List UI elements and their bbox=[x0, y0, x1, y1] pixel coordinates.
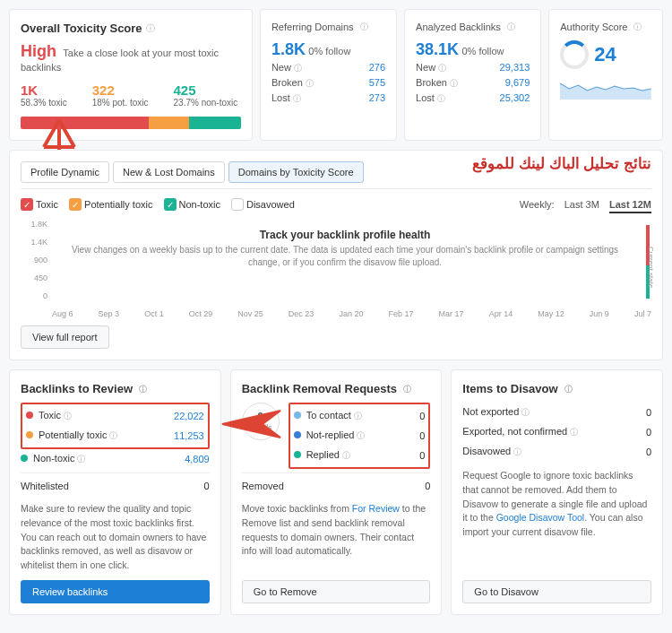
go-to-remove-button[interactable]: Go to Remove bbox=[242, 580, 431, 603]
removal-notreplied-count: 0 bbox=[419, 430, 425, 441]
toxicity-bar bbox=[21, 117, 241, 129]
weekly-label: Weekly: bbox=[520, 199, 555, 210]
pot-toxic-pct: 18% pot. toxic bbox=[92, 98, 149, 108]
info-icon[interactable] bbox=[631, 21, 642, 33]
chart-area: 1.8K1.4K9004500 Track your backlink prof… bbox=[21, 220, 651, 318]
removal-replied-count: 0 bbox=[419, 450, 425, 461]
info-icon[interactable] bbox=[107, 429, 117, 440]
removal-notreplied-label: Not-replied bbox=[306, 429, 355, 440]
annotation-box-1: Toxic22,022 Potentially toxic11,253 bbox=[21, 403, 210, 449]
legend-row: ✓Toxic ✓Potentially toxic ✓Non-toxic Dis… bbox=[21, 198, 651, 211]
review-backlinks-button[interactable]: Review backlinks bbox=[21, 580, 210, 603]
removal-contact-label: To contact bbox=[306, 410, 351, 421]
ref-new[interactable]: 276 bbox=[369, 62, 385, 74]
removal-removed-count: 0 bbox=[425, 481, 430, 491]
tab-domains-by-toxicity[interactable]: Domains by Toxicity Score bbox=[228, 161, 364, 183]
legend-potentially-toxic[interactable]: ✓Potentially toxic bbox=[69, 198, 152, 211]
anal-new[interactable]: 29,313 bbox=[500, 62, 530, 74]
info-icon[interactable] bbox=[447, 77, 458, 88]
info-icon[interactable] bbox=[511, 446, 521, 456]
range-3m[interactable]: Last 3M bbox=[564, 199, 599, 210]
info-icon[interactable] bbox=[74, 453, 85, 464]
anal-broken[interactable]: 9,679 bbox=[505, 77, 530, 90]
toxicity-title: Overall Toxicity Score bbox=[21, 21, 241, 35]
toxicity-metrics: 1K58.3% toxic 32218% pot. toxic 42523.7%… bbox=[21, 82, 241, 108]
disavow-title: Items to Disavow bbox=[462, 382, 557, 395]
nontoxic-count: 425 bbox=[174, 82, 238, 98]
review-desc: Make sure to review the quality and topi… bbox=[21, 502, 210, 573]
google-disavow-link[interactable]: Google Disavow Tool bbox=[496, 512, 584, 523]
backlinks-to-review-card: Backlinks to Review Toxic22,022 Potentia… bbox=[9, 369, 221, 615]
info-icon[interactable] bbox=[291, 62, 302, 73]
review-non-count[interactable]: 4,809 bbox=[185, 454, 210, 464]
toxicity-level: High bbox=[21, 42, 56, 60]
nontoxic-pct: 23.7% non-toxic bbox=[174, 98, 238, 108]
toxic-pct: 58.3% toxic bbox=[21, 98, 67, 108]
info-icon[interactable] bbox=[351, 410, 362, 421]
authority-sparkline bbox=[560, 74, 651, 100]
removal-replied-label: Replied bbox=[306, 449, 340, 460]
disavow-desc: Request Google to ignore toxic backlinks… bbox=[462, 469, 651, 573]
disavow-notexp-label: Not exported bbox=[462, 406, 519, 417]
review-pot-count[interactable]: 11,253 bbox=[174, 430, 204, 441]
authority-donut-icon bbox=[560, 40, 589, 69]
info-icon[interactable] bbox=[435, 62, 446, 73]
review-non-label: Non-toxic bbox=[33, 453, 74, 464]
items-to-disavow-card: Items to Disavow Not exported0 Exported,… bbox=[451, 369, 663, 615]
profile-chart-card: نتائج تحليل الباك لينك للموقع Profile Dy… bbox=[9, 150, 663, 360]
disavow-exp-label: Exported, not confirmed bbox=[462, 426, 567, 437]
disavow-dis-label: Disavowed bbox=[462, 446, 511, 456]
anal-big[interactable]: 38.1K bbox=[416, 40, 459, 58]
info-icon[interactable] bbox=[136, 381, 147, 395]
ref-title: Referring Domains bbox=[271, 22, 354, 32]
info-icon[interactable] bbox=[401, 381, 411, 395]
tab-profile-dynamic[interactable]: Profile Dynamic bbox=[21, 161, 109, 183]
authority-score-card: Authority Score 24 bbox=[548, 9, 663, 141]
info-icon[interactable] bbox=[290, 92, 301, 103]
anal-lost[interactable]: 25,302 bbox=[500, 92, 530, 105]
info-icon[interactable] bbox=[303, 77, 314, 88]
anal-title: Analyzed Backlinks bbox=[416, 22, 501, 32]
info-icon[interactable] bbox=[61, 410, 72, 421]
view-full-report-button[interactable]: View full report bbox=[21, 325, 109, 349]
annotation-box-2: To contact0 Not-replied0 Replied0 bbox=[289, 403, 431, 469]
review-whitelisted-count: 0 bbox=[204, 481, 210, 491]
info-icon[interactable] bbox=[340, 449, 350, 460]
legend-non-toxic[interactable]: ✓Non-toxic bbox=[164, 198, 220, 211]
auth-score: 24 bbox=[594, 43, 616, 66]
disavow-notexp-count: 0 bbox=[646, 407, 651, 418]
x-axis: Aug 6Sep 3Oct 1Oct 29Nov 25Dec 23Jan 20F… bbox=[52, 309, 651, 318]
info-icon[interactable] bbox=[146, 21, 155, 35]
ref-big[interactable]: 1.8K bbox=[271, 40, 306, 58]
date-range-selector: Weekly: Last 3M Last 12M bbox=[513, 199, 651, 210]
legend-disavowed[interactable]: Disavowed bbox=[231, 198, 295, 211]
disavow-exp-count: 0 bbox=[646, 427, 651, 438]
info-icon[interactable] bbox=[567, 426, 578, 437]
info-icon[interactable] bbox=[354, 429, 365, 440]
info-icon[interactable] bbox=[504, 21, 515, 33]
analyzed-backlinks-card: Analyzed Backlinks 38.1K 0% follow New29… bbox=[404, 9, 541, 141]
ref-follow: 0% follow bbox=[308, 46, 350, 56]
chart-empty-message: Track your backlink profile health View … bbox=[56, 229, 633, 269]
go-to-disavow-button[interactable]: Go to Disavow bbox=[462, 580, 651, 603]
range-12m[interactable]: Last 12M bbox=[609, 199, 651, 213]
for-review-link[interactable]: For Review bbox=[352, 503, 400, 514]
toxicity-level-row: High Take a close look at your most toxi… bbox=[21, 42, 241, 74]
tab-new-lost-domains[interactable]: New & Lost Domains bbox=[113, 161, 225, 183]
pot-toxic-count: 322 bbox=[92, 82, 149, 98]
info-icon[interactable] bbox=[358, 21, 368, 33]
review-toxic-count[interactable]: 22,022 bbox=[174, 411, 204, 421]
legend-toxic[interactable]: ✓Toxic bbox=[21, 198, 58, 211]
info-icon[interactable] bbox=[519, 406, 530, 417]
emails-count: 0 emails bbox=[242, 403, 280, 440]
review-whitelisted-label: Whitelisted bbox=[21, 481, 69, 491]
disavow-dis-count: 0 bbox=[646, 447, 651, 457]
referring-domains-card: Referring Domains 1.8K 0% follow New276 … bbox=[260, 9, 397, 141]
info-icon[interactable] bbox=[435, 92, 445, 103]
ref-broken[interactable]: 575 bbox=[369, 77, 385, 90]
ref-lost[interactable]: 273 bbox=[369, 92, 385, 105]
auth-title: Authority Score bbox=[560, 22, 627, 32]
y-axis: 1.8K1.4K9004500 bbox=[21, 220, 47, 300]
arabic-annotation: نتائج تحليل الباك لينك للموقع bbox=[472, 154, 651, 173]
info-icon[interactable] bbox=[562, 381, 573, 395]
